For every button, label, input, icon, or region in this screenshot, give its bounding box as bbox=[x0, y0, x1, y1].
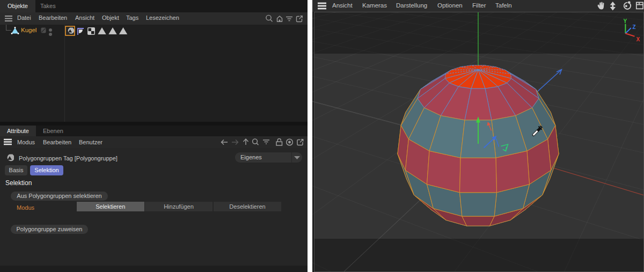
svg-text:X: X bbox=[636, 36, 640, 42]
svg-text:Y: Y bbox=[624, 18, 627, 24]
svg-text:Z: Z bbox=[633, 24, 636, 30]
